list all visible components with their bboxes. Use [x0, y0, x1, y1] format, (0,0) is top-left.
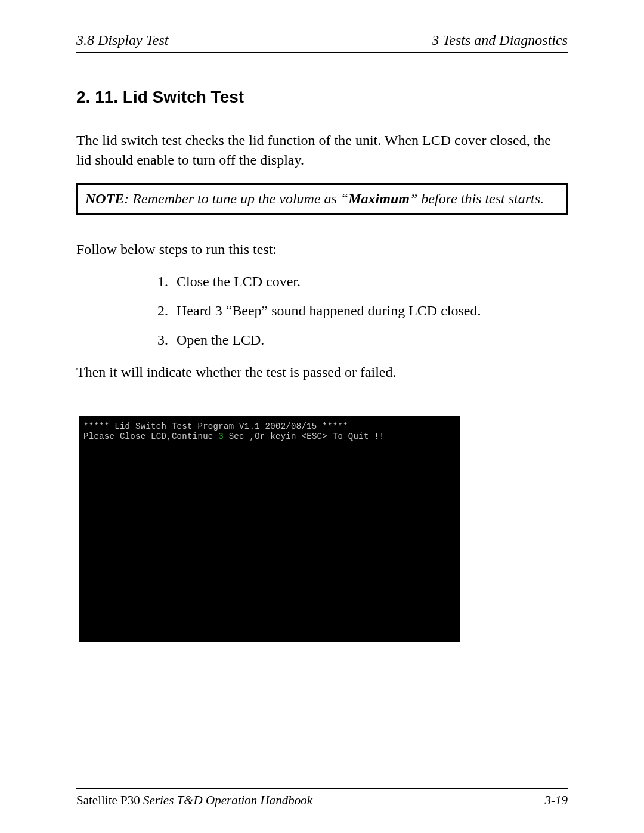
- footer-left-suffix: Series T&D Operation Handbook: [140, 793, 312, 807]
- note-sep: :: [124, 191, 132, 206]
- footer-right: 3-19: [545, 793, 568, 808]
- console-line-2: Please Close LCD,Continue 3 Sec ,Or keyi…: [83, 432, 456, 441]
- intro-paragraph: The lid switch test checks the lid funct…: [76, 131, 568, 170]
- list-item: Open the LCD.: [172, 332, 568, 348]
- steps-list: Close the LCD cover. Heard 3 “Beep” soun…: [76, 274, 568, 348]
- header-left: 3.8 Display Test: [76, 32, 168, 48]
- console-screenshot: ***** Lid Switch Test Program V1.1 2002/…: [79, 416, 460, 642]
- document-page: 3.8 Display Test 3 Tests and Diagnostics…: [0, 0, 644, 833]
- list-item: Heard 3 “Beep” sound happened during LCD…: [172, 303, 568, 319]
- console-line-2a: Please Close LCD,Continue: [83, 432, 218, 441]
- footer-left-model: P30: [120, 793, 140, 807]
- list-item: Close the LCD cover.: [172, 274, 568, 290]
- running-header: 3.8 Display Test 3 Tests and Diagnostics: [76, 32, 568, 53]
- header-right: 3 Tests and Diagnostics: [432, 32, 568, 48]
- footer-left-prefix: Satellite: [76, 793, 120, 807]
- running-footer: Satellite P30 Series T&D Operation Handb…: [76, 793, 568, 808]
- note-box: NOTE: Remember to tune up the volume as …: [76, 183, 568, 215]
- note-bold-word: Maximum: [348, 191, 410, 206]
- result-line: Then it will indicate whether the test i…: [76, 363, 568, 382]
- note-text-after: ” before this test starts.: [410, 191, 544, 206]
- footer-left: Satellite P30 Series T&D Operation Handb…: [76, 793, 312, 808]
- console-line-2b: Sec ,Or keyin <ESC> To Quit !!: [224, 432, 385, 441]
- section-heading: 2. 11. Lid Switch Test: [76, 88, 568, 107]
- console-line-2-green: 3: [218, 432, 224, 441]
- note-label: NOTE: [85, 191, 124, 206]
- console-line-1: ***** Lid Switch Test Program V1.1 2002/…: [83, 422, 456, 431]
- note-text-before: Remember to tune up the volume as “: [132, 191, 348, 206]
- follow-intro: Follow below steps to run this test:: [76, 240, 568, 259]
- footer-rule: [76, 788, 568, 789]
